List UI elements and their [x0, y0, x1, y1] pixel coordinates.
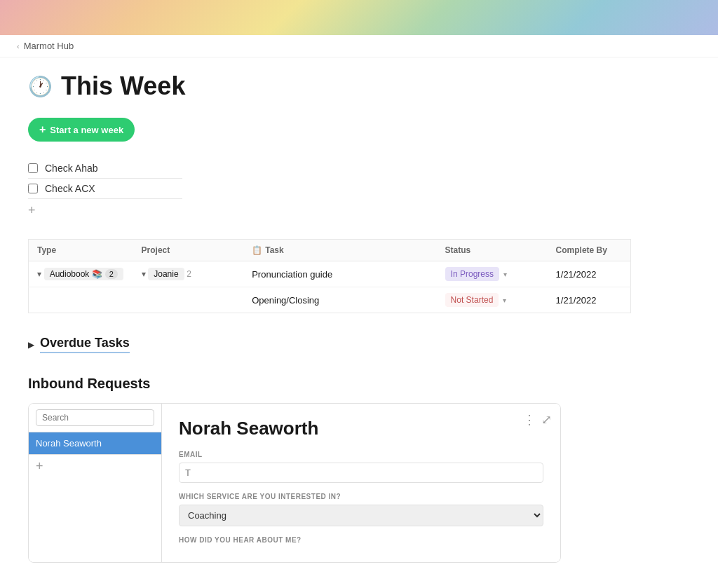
check-acx-label: Check ACX	[45, 183, 95, 194]
status-cell-0: In Progress ▾	[437, 261, 548, 287]
status-badge-not-started: Not Started	[445, 293, 499, 307]
breadcrumb: ‹ Marmot Hub	[0, 35, 718, 57]
page-title-icon: 🕐	[28, 75, 53, 98]
overdue-header[interactable]: ▶ Overdue Tasks	[28, 336, 130, 353]
heard-field-label: HOW DID YOU HEAR ABOUT ME?	[179, 536, 543, 544]
col-task-header: 📋 Task	[243, 240, 436, 261]
task-header-icon: 📋 Task	[252, 245, 283, 255]
project-cell-empty	[133, 287, 244, 313]
status-chevron-1[interactable]: ▾	[503, 296, 506, 304]
status-chevron-0[interactable]: ▾	[503, 271, 507, 278]
header-banner	[0, 0, 718, 35]
type-count: 2	[105, 269, 118, 279]
col-status-header: Status	[437, 240, 548, 261]
col-project-header: Project	[133, 240, 244, 261]
project-expand-btn[interactable]: ▾	[142, 269, 146, 279]
inbound-detail: ⋮ ⤢ Norah Seaworth EMAIL WHICH SERVICE A…	[162, 404, 560, 562]
project-count: 2	[187, 269, 191, 279]
checklist-add-button[interactable]: +	[28, 199, 182, 222]
type-expand-btn[interactable]: ▾	[37, 269, 41, 279]
checklist-item: Check Ahab	[28, 158, 182, 179]
breadcrumb-chevron: ‹	[17, 42, 20, 50]
detail-actions: ⋮ ⤢	[523, 412, 552, 428]
status-cell-1: Not Started ▾	[437, 287, 548, 313]
sidebar-selected-item[interactable]: Norah Seaworth	[29, 432, 161, 454]
type-cell-empty	[29, 287, 133, 313]
task-cell-1: Opening/Closing	[243, 287, 436, 313]
email-input[interactable]	[179, 463, 543, 483]
sidebar-add-button[interactable]: +	[29, 454, 161, 478]
project-label: Joanie	[154, 269, 178, 279]
col-type-header: Type	[29, 240, 133, 261]
check-acx-checkbox[interactable]	[28, 184, 38, 193]
col-complete-header: Complete By	[548, 240, 631, 261]
plus-icon: +	[39, 123, 46, 136]
status-label-0: In Progress	[451, 269, 494, 279]
more-options-icon[interactable]: ⋮	[523, 412, 536, 428]
table-type-row: ▾ Audiobook 📚 2 ▾ Joanie 2 Pronunciation…	[29, 261, 631, 287]
main-content: 🕐 This Week + Start a new week Check Aha…	[0, 57, 718, 588]
type-tag: Audiobook 📚 2	[44, 268, 123, 280]
task-icon: 📋	[252, 245, 262, 255]
inbound-title: Inbound Requests	[28, 376, 690, 392]
inbound-section: Inbound Requests Norah Seaworth + ⋮ ⤢ No…	[28, 376, 690, 563]
status-badge-in-progress: In Progress	[445, 267, 499, 281]
email-field-label: EMAIL	[179, 451, 543, 458]
checklist: Check Ahab Check ACX +	[28, 158, 182, 222]
project-cell: ▾ Joanie 2	[133, 261, 244, 287]
start-week-label: Start a new week	[50, 125, 123, 135]
overdue-title: Overdue Tasks	[40, 336, 130, 353]
start-week-button[interactable]: + Start a new week	[28, 118, 135, 142]
inbound-sidebar: Norah Seaworth +	[29, 404, 162, 562]
check-ahab-checkbox[interactable]	[28, 163, 38, 173]
search-box	[29, 404, 161, 432]
complete-cell-0: 1/21/2022	[548, 261, 631, 287]
table-row: Opening/Closing Not Started ▾ 1/21/2022	[29, 287, 631, 313]
tasks-table: Type Project 📋 Task Status Complete By ▾	[28, 239, 631, 313]
service-select[interactable]: Coaching Recording Editing Other	[179, 505, 543, 526]
checklist-item: Check ACX	[28, 179, 182, 199]
search-input[interactable]	[36, 409, 154, 426]
detail-contact-name: Norah Seaworth	[179, 418, 543, 439]
overdue-section: ▶ Overdue Tasks	[28, 336, 690, 353]
expand-icon[interactable]: ⤢	[541, 412, 552, 428]
page-title: This Week	[61, 71, 185, 101]
task-header-label: Task	[265, 245, 283, 255]
inbound-container: Norah Seaworth + ⋮ ⤢ Norah Seaworth EMAI…	[28, 403, 561, 563]
complete-cell-1: 1/21/2022	[548, 287, 631, 313]
service-field-label: WHICH SERVICE ARE YOU INTERESTED IN?	[179, 493, 543, 500]
task-cell-0: Pronunciation guide	[243, 261, 436, 287]
status-label-1: Not Started	[451, 295, 494, 305]
page-title-row: 🕐 This Week	[28, 71, 690, 101]
project-tag: Joanie	[148, 268, 184, 280]
breadcrumb-parent[interactable]: Marmot Hub	[24, 41, 74, 51]
type-label: Audiobook 📚	[50, 269, 102, 279]
check-ahab-label: Check Ahab	[45, 163, 98, 174]
overdue-expand-icon: ▶	[28, 340, 34, 350]
type-cell: ▾ Audiobook 📚 2	[29, 261, 133, 287]
